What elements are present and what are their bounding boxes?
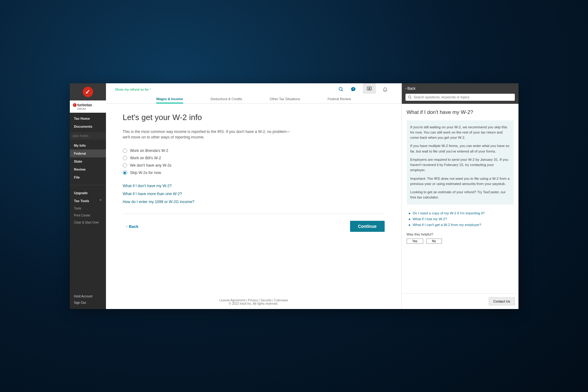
radio-icon: [123, 149, 127, 153]
footer-privacy[interactable]: Privacy: [248, 299, 258, 302]
option-bill-w2[interactable]: Work on Bill's W-2: [123, 154, 385, 162]
checkmark-logo-icon: ✓: [83, 87, 93, 97]
nav-tax-tools-label: Tax Tools: [74, 199, 89, 203]
option-skip-w2[interactable]: Skip W-2s for now: [123, 169, 385, 176]
expert-icon[interactable]: [363, 83, 376, 94]
svg-point-5: [408, 96, 411, 98]
contact-us-button[interactable]: Contact Us: [489, 297, 514, 305]
brand-block: ✓ turbotax. Deluxe: [70, 100, 106, 113]
help-para: If you have multiple W-2 forms, you can …: [410, 143, 510, 154]
actions-bar: ‹ Back Continue: [123, 214, 385, 232]
nav-documents[interactable]: Documents: [70, 123, 106, 130]
brand-name: turbotax: [77, 103, 92, 107]
help-link-1099[interactable]: How do I enter my 1099 or W-2G income?: [123, 198, 385, 206]
nav-federal[interactable]: Federal: [70, 149, 106, 157]
tab-federal-review[interactable]: Federal Review: [328, 97, 351, 103]
help-back-label: Back: [407, 86, 416, 91]
footer-security[interactable]: Security: [261, 299, 272, 302]
help-chat-icon[interactable]: ?: [351, 87, 356, 92]
footer-cobrowse[interactable]: Cobrowse: [274, 299, 288, 302]
help-search-input[interactable]: [414, 95, 512, 99]
footer-license[interactable]: License Agreement: [219, 299, 246, 302]
footer-copyright: © 2022 Intuit Inc. All rights reserved.: [106, 302, 401, 305]
subtabs: Wages & Income Deductions & Credits Othe…: [106, 94, 401, 104]
help-related-list: Do I need a copy of my W-2 if I'm import…: [407, 209, 514, 228]
nav-print-center[interactable]: Print Center: [70, 212, 106, 219]
nav-tax-tools[interactable]: Tax Tools ⌃: [70, 197, 106, 205]
option-no-w2[interactable]: We don't have any W-2s: [123, 162, 385, 169]
help-para: Employers are required to send your W-2 …: [410, 157, 510, 173]
chevron-right-icon: ›: [150, 88, 151, 91]
option-brenda-w2[interactable]: Work on Brenda's W-2: [123, 147, 385, 154]
back-label: Back: [129, 224, 138, 229]
main-area: Show my refund so far › ? Wages & Income…: [106, 83, 401, 309]
nav-review[interactable]: Review: [70, 165, 106, 173]
app-window: ✓ ✓ turbotax. Deluxe Tax Home Documents …: [70, 83, 518, 309]
feedback-yes-button[interactable]: Yes: [407, 239, 423, 244]
feedback-no-button[interactable]: No: [426, 239, 442, 244]
show-refund-label: Show my refund so far: [115, 88, 149, 91]
chevron-left-icon: ‹: [126, 225, 127, 228]
show-refund-link[interactable]: Show my refund so far ›: [115, 88, 151, 91]
chevron-left-icon: ‹: [405, 87, 406, 90]
tab-wages-income[interactable]: Wages & Income: [156, 97, 183, 103]
search-icon: [408, 95, 412, 99]
help-search-wrap: [402, 94, 518, 104]
nav-sign-out[interactable]: Sign Out: [74, 300, 102, 306]
help-para: Looking to get an estimate of your refun…: [410, 190, 510, 200]
radio-icon: [123, 163, 127, 168]
nav-tax-home[interactable]: Tax Home: [70, 115, 106, 123]
svg-point-0: [339, 87, 342, 90]
nav-my-info[interactable]: My Info: [70, 141, 106, 149]
help-body: What if I don't have my W-2? If you're s…: [402, 104, 518, 293]
option-label: We don't have any W-2s: [130, 163, 172, 168]
top-icons: ?: [338, 85, 392, 94]
back-button[interactable]: ‹ Back: [123, 224, 138, 229]
nav-tools[interactable]: Tools: [70, 205, 106, 212]
nav-upgrade[interactable]: Upgrade: [70, 189, 106, 197]
checkmark-icon: ✓: [73, 103, 77, 107]
help-search-box[interactable]: [405, 94, 515, 101]
nav-clear-start-over[interactable]: Clear & Start Over: [70, 219, 106, 226]
sidebar: ✓ ✓ turbotax. Deluxe Tax Home Documents …: [70, 83, 106, 309]
bell-icon[interactable]: [383, 87, 388, 92]
help-para: Important: The IRS does not want you to …: [410, 176, 510, 187]
footer: License Agreement | Privacy | Security |…: [106, 296, 401, 309]
nav-state[interactable]: State: [70, 157, 106, 165]
help-para: If you're still waiting on your W-2, we …: [410, 125, 510, 141]
page-description: This is the most common way income is re…: [123, 129, 294, 141]
sidebar-footer: Intuit Account Sign Out: [70, 290, 106, 309]
chevron-up-icon: ⌃: [99, 199, 102, 202]
nav-taxes-header: 2021 TAXES: [70, 132, 106, 140]
search-icon[interactable]: [338, 87, 344, 92]
help-link-no-w2[interactable]: What if I don't have my W-2?: [123, 182, 385, 190]
help-article-title: What if I don't have my W-2?: [407, 109, 514, 115]
help-related-link[interactable]: Do I need a copy of my W-2 if I'm import…: [413, 210, 514, 216]
brand-tier: Deluxe: [77, 107, 103, 110]
svg-rect-3: [367, 87, 371, 90]
tab-deductions-credits[interactable]: Deductions & Credits: [211, 97, 242, 103]
help-footer: Contact Us: [402, 293, 518, 309]
help-panel: ‹ Back What if I don't have my W-2? If y…: [401, 83, 518, 309]
radio-icon: [123, 171, 127, 175]
content: Let's get your W-2 info This is the most…: [106, 104, 401, 296]
option-label: Work on Brenda's W-2: [130, 149, 168, 153]
topbar: Show my refund so far › ?: [106, 83, 401, 94]
help-link-multiple-w2[interactable]: What if I have more than one W-2?: [123, 190, 385, 198]
radio-icon: [123, 156, 127, 160]
continue-button[interactable]: Continue: [350, 221, 385, 232]
page-title: Let's get your W-2 info: [123, 113, 385, 122]
help-back-button[interactable]: ‹ Back: [402, 83, 518, 94]
svg-text:?: ?: [352, 88, 354, 90]
nav-file[interactable]: File: [70, 173, 106, 181]
help-related-link[interactable]: What if I can't get a W-2 from my employ…: [413, 222, 514, 228]
tab-other-situations[interactable]: Other Tax Situations: [270, 97, 300, 103]
option-label: Work on Bill's W-2: [130, 156, 161, 160]
inline-help-links: What if I don't have my W-2? What if I h…: [123, 182, 385, 206]
help-related-link[interactable]: What if I lost my W-2?: [413, 216, 514, 222]
nav-intuit-account[interactable]: Intuit Account: [74, 293, 102, 300]
help-feedback-question: Was this helpful?: [407, 232, 514, 236]
svg-point-4: [369, 88, 370, 89]
help-feedback: Was this helpful? Yes No: [407, 232, 514, 244]
option-label: Skip W-2s for now: [130, 171, 161, 175]
